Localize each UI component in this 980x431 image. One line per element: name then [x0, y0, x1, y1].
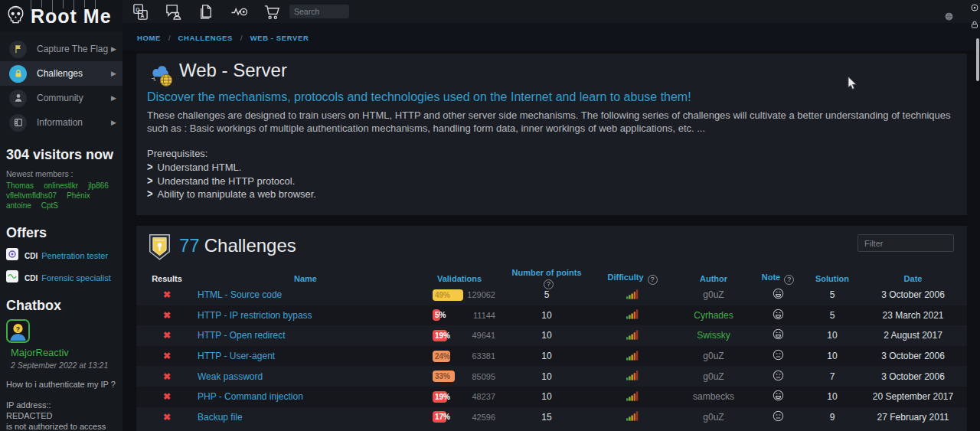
help-icon[interactable]: ? — [648, 275, 658, 285]
logo-strings — [31, 0, 96, 12]
search-input[interactable] — [289, 5, 349, 18]
sidebar-item-challenges[interactable]: Challenges▶ — [0, 61, 122, 86]
column-header-name[interactable]: Name — [198, 274, 413, 283]
solution-count-cell[interactable]: 5 — [805, 289, 859, 300]
member-link[interactable]: vfleltvmfldhs07 — [6, 191, 57, 200]
visitors-count: 304 visitors now — [0, 147, 122, 163]
challenge-name-cell: Backup file — [198, 412, 413, 423]
member-link[interactable]: Phénix — [67, 191, 90, 200]
author-cell: g0uZ — [677, 289, 750, 300]
breadcrumb: HOME/CHALLENGES/WEB - SERVER — [137, 30, 309, 44]
column-header-results[interactable]: Results — [136, 274, 198, 283]
chat-messages: How to i authenticate my IP ?IP address:… — [0, 379, 122, 431]
member-link[interactable]: CptS — [41, 201, 58, 210]
challenge-link[interactable]: PHP - Command injection — [198, 391, 303, 402]
challenge-name-cell: HTTP - Open redirect — [198, 330, 413, 341]
chat-username-link[interactable]: MajorReactiv — [0, 345, 122, 358]
challenges-count-label: Challenges — [204, 235, 296, 256]
breadcrumb-bar: HOME/CHALLENGES/WEB - SERVER — [122, 23, 980, 51]
column-header-author[interactable]: Author — [677, 274, 750, 283]
target-icon[interactable] — [970, 2, 979, 15]
shop-cart-icon[interactable] — [262, 2, 282, 21]
not-validated-icon: ✖ — [136, 289, 198, 300]
validation-count: 48237 — [472, 392, 495, 401]
svg-text:?: ? — [16, 325, 20, 333]
breadcrumb-separator: / — [240, 34, 243, 42]
points-cell: 15 — [505, 412, 588, 423]
validation-count: 85095 — [472, 372, 495, 381]
column-header-validations[interactable]: Validations — [413, 274, 505, 283]
challenge-link[interactable]: Backup file — [198, 412, 243, 423]
challenge-link[interactable]: Weak password — [198, 371, 263, 382]
validations-cell: 19%49641 — [413, 330, 505, 341]
sidebar-item-label: Challenges — [37, 68, 111, 79]
docs-icon[interactable] — [196, 2, 216, 21]
offer-contract-type: CDI — [24, 274, 38, 282]
member-link[interactable]: antoine — [6, 201, 31, 210]
not-validated-icon: ✖ — [136, 371, 198, 382]
help-icon[interactable]: ? — [784, 275, 794, 285]
solution-count-cell[interactable]: 9 — [805, 412, 859, 423]
filter-input[interactable] — [858, 234, 954, 252]
not-validated-icon: ✖ — [136, 330, 198, 341]
sidebar-item-information[interactable]: Information▶ — [0, 110, 122, 135]
validation-percentage-badge: 19% — [433, 391, 447, 403]
chatbox-title: Chatbox — [0, 298, 122, 314]
offer-link[interactable]: Forensic specialist — [41, 273, 110, 282]
solution-count-cell[interactable]: 5 — [805, 310, 859, 321]
column-header-difficulty[interactable]: Difficulty? — [588, 273, 677, 285]
grin-face-icon — [750, 309, 805, 322]
column-header-solution[interactable]: Solution — [805, 274, 859, 283]
author-label: g0uZ — [703, 371, 724, 382]
forum-icon[interactable] — [163, 2, 183, 21]
offer-item[interactable]: CDIPenetration tester — [6, 248, 116, 263]
member-link[interactable]: onlinestlkr — [44, 181, 78, 190]
difficulty-bars-icon — [588, 390, 677, 403]
member-link[interactable]: Thomas — [6, 181, 34, 190]
challenge-link[interactable]: HTTP - User-agent — [198, 351, 275, 361]
skull-logo-icon — [5, 5, 26, 28]
challenge-name-cell: PHP - Command injection — [198, 391, 413, 402]
chat-message: How to i authenticate my IP ? — [0, 379, 122, 390]
materials-icon[interactable]: QA — [130, 2, 150, 21]
author-link[interactable]: Swissky — [697, 330, 730, 341]
breadcrumb-link[interactable]: WEB - SERVER — [250, 34, 309, 42]
validations-cell: 24%63381 — [413, 351, 505, 362]
solution-count-cell[interactable]: 10 — [805, 351, 859, 361]
scrollbar-thumb[interactable] — [976, 38, 979, 81]
not-validated-icon: ✖ — [136, 391, 198, 402]
ctf-flag-icon — [9, 41, 27, 58]
author-link[interactable]: Cyrhades — [694, 310, 733, 321]
activity-target-icon[interactable] — [229, 2, 249, 21]
validations-cell: 19%48237 — [413, 391, 505, 403]
solution-count-cell[interactable]: 7 — [805, 371, 859, 382]
sidebar-item-capture-the-flag[interactable]: Capture The Flag▶ — [0, 37, 122, 61]
challenge-link[interactable]: HTTP - IP restriction bypass — [198, 310, 312, 321]
date-cell: 2 August 2017 — [859, 330, 967, 341]
solution-count-cell[interactable]: 10 — [805, 330, 859, 341]
challenge-link[interactable]: HTTP - Open redirect — [198, 330, 285, 341]
avatar[interactable]: ? — [6, 319, 30, 343]
column-header-date[interactable]: Date — [859, 274, 967, 283]
date-cell: 3 October 2006 — [859, 289, 967, 300]
chevron-right-icon: ▶ — [111, 45, 116, 53]
main-content: Web - Server Discover the mechanisms, pr… — [122, 51, 980, 431]
sidebar-item-community[interactable]: Community▶ — [0, 86, 122, 110]
validation-percentage-badge: 33% — [433, 371, 455, 382]
lock-icon[interactable] — [970, 18, 979, 32]
chevron-right-icon: ▶ — [111, 119, 116, 126]
solution-count-cell[interactable]: 10 — [805, 391, 859, 402]
validation-count: 63381 — [472, 351, 495, 361]
breadcrumb-link[interactable]: HOME — [137, 34, 161, 42]
author-label: sambecks — [693, 391, 734, 402]
sidebar-menu: Capture The Flag▶Challenges▶Community▶In… — [0, 32, 122, 135]
breadcrumb-link[interactable]: CHALLENGES — [178, 34, 233, 42]
member-link[interactable]: jlp866 — [88, 181, 109, 190]
logo[interactable]: Root Me — [0, 0, 122, 32]
offer-link[interactable]: Penetration tester — [41, 251, 108, 260]
table-row: ✖PHP - Command injection19%4823710sambec… — [136, 387, 967, 407]
column-header-note[interactable]: Note? — [750, 273, 805, 285]
challenge-link[interactable]: HTML - Source code — [198, 289, 282, 300]
challenge-name-cell: HTTP - User-agent — [198, 351, 413, 361]
offer-item[interactable]: CDIForensic specialist — [6, 270, 116, 286]
